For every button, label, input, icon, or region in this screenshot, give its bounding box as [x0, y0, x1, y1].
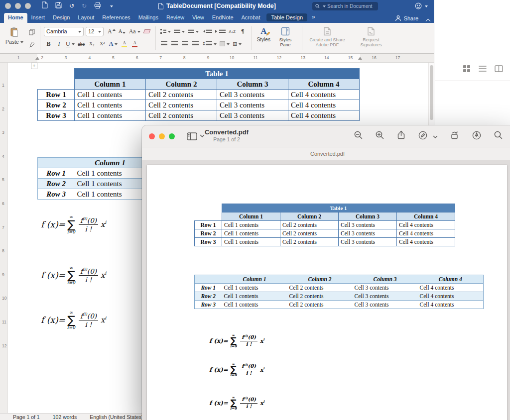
row-header[interactable]: Row 1: [38, 168, 75, 179]
font-color-button[interactable]: A: [130, 39, 139, 49]
align-left-button[interactable]: [159, 39, 169, 49]
subscript-button[interactable]: X₂: [87, 39, 97, 49]
left-indent-marker[interactable]: [35, 55, 39, 60]
rotate-button[interactable]: [450, 130, 460, 142]
page-count[interactable]: Page 1 of 1: [13, 414, 40, 420]
row-header[interactable]: Row 1: [38, 90, 75, 100]
borders-button[interactable]: ⊞: [232, 39, 243, 49]
row-header[interactable]: Row 3: [38, 189, 75, 200]
scrollbar-thumb[interactable]: [430, 65, 433, 120]
table-cell[interactable]: Cell 3 contents: [217, 110, 288, 121]
table-cell[interactable]: Cell 4 contents: [288, 100, 360, 110]
share-button[interactable]: [396, 130, 406, 142]
table-cell[interactable]: Cell 2 contents: [146, 100, 217, 110]
search-scope-caret-icon[interactable]: [323, 5, 326, 9]
save-icon[interactable]: [55, 1, 62, 10]
language-indicator[interactable]: English (United States): [90, 414, 143, 420]
format-painter-button[interactable]: [27, 40, 36, 49]
equation-1[interactable]: f (x)= ∞ ∑ i=0 f(i)(0) i ! xi: [41, 215, 106, 234]
paste-button[interactable]: Paste: [4, 24, 25, 52]
share-button[interactable]: Share: [395, 15, 418, 21]
highlight-button[interactable]: A: [120, 39, 129, 49]
search-button[interactable]: [494, 130, 503, 142]
table-cell[interactable]: Cell 1 contents: [75, 189, 146, 200]
zoom-button[interactable]: [25, 3, 31, 9]
align-right-button[interactable]: [180, 39, 190, 49]
minimize-button[interactable]: [159, 133, 165, 139]
grow-font-button[interactable]: A: [107, 27, 117, 36]
bold-button[interactable]: B: [44, 39, 53, 49]
underline-button[interactable]: U: [65, 39, 76, 49]
view-list-icon[interactable]: [479, 65, 487, 74]
view-columns-icon[interactable]: [495, 65, 503, 74]
close-button[interactable]: [5, 3, 11, 9]
font-name-select[interactable]: Cambria: [44, 27, 84, 36]
column-header[interactable]: Column 1: [75, 79, 146, 90]
tab-insert[interactable]: Insert: [27, 13, 49, 23]
table-cell[interactable]: Cell 3 contents: [217, 100, 288, 110]
close-button[interactable]: [149, 133, 155, 139]
new-document-icon[interactable]: [42, 1, 48, 10]
line-spacing-button[interactable]: ↕: [201, 39, 218, 49]
shading-button[interactable]: [219, 39, 231, 49]
tab-endnote[interactable]: EndNote: [208, 13, 238, 23]
tab-view[interactable]: View: [188, 13, 208, 23]
table-cell[interactable]: Cell 4 contents: [288, 110, 360, 121]
tab-references[interactable]: References: [98, 13, 134, 23]
styles-pane-button[interactable]: Styles Pane: [274, 24, 296, 52]
text-effects-button[interactable]: A: [108, 39, 119, 49]
zoom-out-button[interactable]: [354, 130, 363, 142]
show-paragraph-marks-button[interactable]: ¶: [238, 27, 248, 36]
word-count[interactable]: 102 words: [53, 414, 77, 420]
tab-acrobat[interactable]: Acrobat: [238, 13, 264, 23]
align-center-button[interactable]: [170, 39, 179, 49]
column-header[interactable]: Column 2: [146, 79, 217, 90]
table-cell[interactable]: Cell 1 contents: [75, 90, 146, 100]
equation-3[interactable]: f (x)= ∞ ∑ i=0 f(i)(0) i ! xi: [41, 311, 106, 330]
table-cell[interactable]: Cell 2 contents: [146, 110, 217, 121]
increase-indent-button[interactable]: [214, 27, 227, 36]
styles-button[interactable]: A Styles: [257, 24, 270, 52]
superscript-button[interactable]: X²: [98, 39, 107, 49]
table-stub[interactable]: [38, 79, 75, 90]
ruler-vertical[interactable]: 123456789101112: [0, 63, 8, 413]
pdf-content-area[interactable]: Table 1Column 1Column 2Column 3Column 4R…: [142, 160, 510, 420]
preview-tab-label[interactable]: Converted.pdf: [310, 151, 345, 157]
shrink-font-button[interactable]: A: [118, 27, 127, 36]
column-header[interactable]: Column 1: [75, 158, 146, 168]
tab-review[interactable]: Review: [162, 13, 188, 23]
table-cell[interactable]: Cell 1 contents: [75, 110, 146, 121]
zoom-in-button[interactable]: [375, 130, 384, 142]
change-case-button[interactable]: Aa: [128, 27, 141, 36]
undo-icon[interactable]: ↺: [69, 3, 74, 9]
search-box[interactable]: [312, 2, 378, 10]
toolbar-customize-caret-icon[interactable]: [110, 5, 113, 9]
copy-button[interactable]: [27, 27, 36, 37]
table-stub[interactable]: [38, 69, 75, 79]
table-cell[interactable]: Cell 2 contents: [146, 90, 217, 100]
zoom-button[interactable]: [169, 133, 175, 139]
table-cell[interactable]: Cell 4 contents: [288, 90, 360, 100]
markup-menu-button[interactable]: [433, 132, 438, 141]
search-input[interactable]: [327, 3, 375, 9]
bullets-button[interactable]: [159, 27, 172, 36]
tab-mailings[interactable]: Mailings: [134, 13, 162, 23]
equation-2[interactable]: f (x)= ∞ ∑ i=0 f(i)(0) i ! xi: [41, 266, 106, 285]
view-grid-icon[interactable]: [463, 65, 471, 75]
feedback-control[interactable]: [415, 2, 428, 9]
right-indent-marker[interactable]: [358, 55, 362, 60]
italic-button[interactable]: I: [54, 39, 64, 49]
row-header[interactable]: Row 2: [38, 179, 75, 189]
minimize-button[interactable]: [15, 3, 21, 9]
ruler-horizontal[interactable]: 1234567891011121314151617: [0, 54, 434, 63]
table-move-handle-icon[interactable]: +: [31, 63, 37, 69]
multilevel-list-button[interactable]: [187, 27, 200, 36]
table-stub[interactable]: [38, 158, 75, 168]
print-icon[interactable]: [94, 1, 101, 10]
table-cell[interactable]: Cell 1 contents: [75, 100, 146, 110]
row-header[interactable]: Row 2: [38, 100, 75, 110]
tab-overflow-chevron-icon[interactable]: »: [312, 13, 315, 20]
table-cell[interactable]: Cell 1 contents: [75, 168, 146, 179]
column-header[interactable]: Column 4: [288, 79, 360, 90]
sort-button[interactable]: A↓Z: [228, 27, 237, 36]
